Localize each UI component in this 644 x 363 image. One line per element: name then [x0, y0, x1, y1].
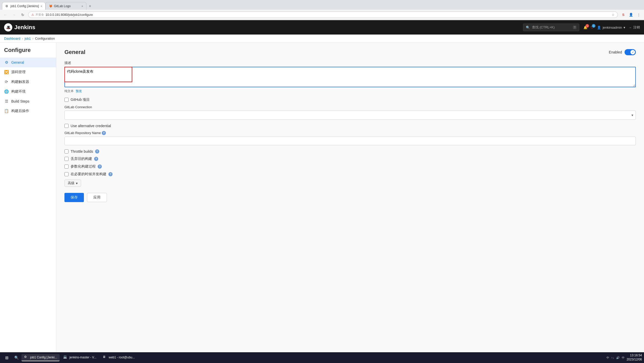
preview-link[interactable]: 预览: [76, 89, 82, 93]
tab-close-gitlab[interactable]: ×: [81, 5, 83, 8]
back-button[interactable]: ←: [2, 12, 9, 18]
discard-old-checkbox[interactable]: [64, 157, 69, 161]
tray-lang[interactable]: 中: [606, 356, 609, 360]
notifications-button[interactable]: 🔔 1: [583, 26, 587, 29]
sidebar-triggers-label: 构建触发器: [11, 80, 29, 84]
description-textarea[interactable]: 代码clone及发布: [64, 67, 636, 87]
jenkins-logo-icon: 🎩: [4, 23, 12, 31]
save-button[interactable]: 保存: [64, 193, 84, 202]
gitlab-connection-select[interactable]: [64, 111, 636, 120]
sidebar-item-source-code[interactable]: 🔀 源码管理: [0, 67, 56, 77]
header-icons: 🔔 1 🛡 1 👤 jenkinsadmin ▾ → 注销: [583, 25, 640, 30]
menu-button[interactable]: ⋮: [635, 12, 642, 18]
parametrize-checkbox[interactable]: [64, 164, 69, 169]
taskbar-tray: 中 ↑↓ 🔊 中 13:16:54 2023/12/06: [606, 354, 642, 361]
gitlab-repo-label: GitLab Repository Name ?: [64, 131, 636, 135]
sidebar-item-general[interactable]: ⚙ General: [0, 58, 56, 67]
tray-network-icon: ↑↓: [611, 356, 614, 359]
tab-close-jenkins[interactable]: ×: [40, 5, 42, 8]
bookmark-star[interactable]: ☆: [612, 13, 615, 17]
taskbar-app-jenkins[interactable]: ⚙ job1 Config [Jenki...: [21, 354, 60, 361]
concurrent-builds-help-icon[interactable]: ?: [108, 172, 113, 176]
user-menu[interactable]: 👤 jenkinsadmin ▾: [597, 26, 625, 29]
source-code-icon: 🔀: [4, 70, 9, 74]
main-container: Configure ⚙ General 🔀 源码管理 ⟳ 构建触发器 🌐 构建环…: [0, 43, 644, 362]
extensions-button[interactable]: S: [620, 12, 627, 18]
taskbar-app-jenkins-label: job1 Config [Jenki...: [30, 356, 57, 359]
taskbar-app-terminal1[interactable]: 💻 jenkins-master - V...: [61, 354, 99, 361]
steps-icon: ☰: [4, 99, 9, 104]
security-button[interactable]: 🛡 1: [591, 26, 594, 29]
sidebar: Configure ⚙ General 🔀 源码管理 ⟳ 构建触发器 🌐 构建环…: [0, 43, 56, 362]
sidebar-steps-label: Build Steps: [11, 99, 29, 103]
tray-input-icon[interactable]: 中: [622, 356, 625, 360]
profile-button[interactable]: 👤: [628, 12, 634, 18]
tab-favicon-jenkins: ⚙: [5, 4, 9, 8]
enabled-switch[interactable]: [625, 49, 636, 55]
breadcrumb-current: Configuration: [35, 37, 55, 40]
sidebar-item-build-env[interactable]: 🌐 构建环境: [0, 87, 56, 96]
enabled-toggle[interactable]: Enabled: [609, 49, 636, 55]
address-bar[interactable]: ⚠ 不安全 10.0.0.191:8080/job/job1/configure…: [28, 12, 618, 18]
refresh-button[interactable]: ↻: [19, 12, 26, 18]
username-label: jenkinsadmin: [603, 26, 622, 29]
discard-old-row: 丢弃旧的构建 ?: [64, 157, 636, 161]
search-icon: 🔍: [526, 26, 530, 29]
sidebar-item-build-steps[interactable]: ☰ Build Steps: [0, 96, 56, 106]
browser-tabs: ⚙ job1 Config [Jenkins] × 🦊 GitLab Logo …: [0, 0, 644, 10]
tray-volume-icon: 🔊: [616, 356, 620, 359]
taskbar-app-terminal2-icon: 🖥: [103, 355, 107, 360]
description-textarea-container: 代码clone及发布: [64, 67, 636, 88]
description-group: 描述 代码clone及发布 纯文本 预览: [64, 61, 636, 93]
start-button[interactable]: ⊞: [2, 353, 11, 362]
breadcrumb: Dashboard › job1 › Configuration: [0, 35, 644, 43]
sidebar-post-label: 构建后操作: [11, 109, 29, 113]
discard-old-help-icon[interactable]: ?: [94, 157, 98, 161]
tab-jenkins[interactable]: ⚙ job1 Config [Jenkins] ×: [2, 2, 46, 10]
advanced-section: 高级 ▾: [64, 180, 636, 191]
sidebar-item-post-build[interactable]: 📋 构建后操作: [0, 106, 56, 116]
taskbar-apps: ⚙ job1 Config [Jenki... 💻 jenkins-master…: [21, 354, 605, 361]
advanced-button[interactable]: 高级 ▾: [64, 180, 81, 187]
gitlab-repo-input[interactable]: [64, 137, 636, 145]
alternative-credential-row: Use alternative credential: [64, 124, 636, 128]
logout-button[interactable]: → 注销: [628, 25, 640, 30]
concurrent-builds-label: 在必要的时候并发构建: [71, 172, 106, 177]
advanced-chevron-icon: ▾: [76, 181, 78, 185]
jenkins-logo-text: Jenkins: [14, 24, 35, 31]
sidebar-item-build-triggers[interactable]: ⟳ 构建触发器: [0, 77, 56, 87]
gitlab-connection-group: GitLab Connection ▾: [64, 105, 636, 120]
alternative-credential-checkbox[interactable]: [64, 124, 69, 128]
breadcrumb-dashboard[interactable]: Dashboard: [4, 37, 20, 40]
parametrize-help-icon[interactable]: ?: [98, 164, 102, 169]
search-box[interactable]: 🔍 查找 (CTRL+K) ?: [523, 24, 579, 31]
logout-label: 注销: [633, 25, 640, 30]
security-badge: 1: [592, 24, 595, 28]
new-tab-button[interactable]: +: [86, 3, 94, 10]
github-project-row: GitHub 项目: [64, 97, 636, 102]
sidebar-general-label: General: [11, 60, 24, 64]
taskbar-search-button[interactable]: 🔍: [12, 354, 20, 362]
taskbar-app-terminal2[interactable]: 🖥 web1 - root@ubu...: [100, 354, 137, 361]
description-block: 代码clone及发布: [64, 67, 636, 88]
tab-gitlab[interactable]: 🦊 GitLab Logo ×: [46, 2, 86, 10]
throttle-builds-checkbox[interactable]: [64, 149, 69, 153]
notifications-badge: 1: [585, 24, 589, 28]
taskbar-app-jenkins-icon: ⚙: [24, 355, 29, 360]
apply-button[interactable]: 应用: [87, 193, 107, 202]
discard-old-label: 丢弃旧的构建: [71, 157, 92, 161]
gitlab-repo-help-icon[interactable]: ?: [102, 131, 106, 135]
throttle-builds-help-icon[interactable]: ?: [95, 149, 99, 153]
concurrent-builds-checkbox[interactable]: [64, 172, 69, 176]
enabled-label: Enabled: [609, 50, 622, 54]
description-label: 描述: [64, 61, 636, 65]
github-project-checkbox[interactable]: [64, 98, 69, 102]
breadcrumb-job1[interactable]: job1: [25, 37, 31, 40]
taskbar-time-value: 13:16:54: [627, 354, 642, 358]
browser-actions: S 👤 ⋮: [620, 12, 642, 18]
browser-chrome: ⚙ job1 Config [Jenkins] × 🦊 GitLab Logo …: [0, 0, 644, 20]
breadcrumb-sep-1: ›: [22, 37, 23, 40]
forward-button[interactable]: →: [11, 12, 17, 18]
search-help-icon: ?: [573, 26, 576, 29]
insecure-label: 不安全: [36, 13, 44, 17]
